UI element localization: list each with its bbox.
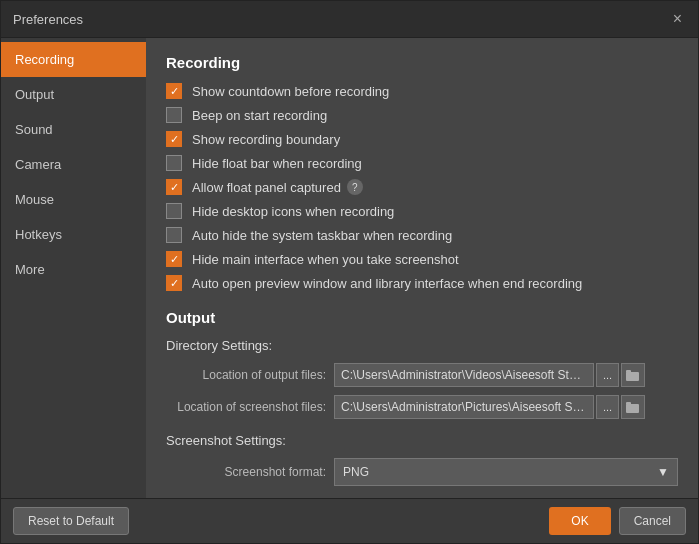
output-files-row: Location of output files: ... xyxy=(166,363,678,387)
checkbox-2[interactable]: ✓ xyxy=(166,131,182,147)
preferences-window: Preferences × Recording Output Sound Cam… xyxy=(0,0,699,544)
svg-rect-3 xyxy=(626,402,631,405)
cancel-button[interactable]: Cancel xyxy=(619,507,686,535)
checkbox-0[interactable]: ✓ xyxy=(166,83,182,99)
checkbox-row-4: ✓ Allow float panel captured ? xyxy=(166,179,678,195)
checkbox-label-2: Show recording boundary xyxy=(192,132,340,147)
checkbox-label-7: Hide main interface when you take screen… xyxy=(192,252,459,267)
checkbox-row-6: Auto hide the system taskbar when record… xyxy=(166,227,678,243)
chevron-down-icon: ▼ xyxy=(657,465,669,479)
close-button[interactable]: × xyxy=(669,9,686,29)
checkbox-4[interactable]: ✓ xyxy=(166,179,182,195)
content-area: Recording ✓ Show countdown before record… xyxy=(146,38,698,498)
sidebar-item-output[interactable]: Output xyxy=(1,77,146,112)
checkbox-label-0: Show countdown before recording xyxy=(192,84,389,99)
screenshot-format-label: Screenshot format: xyxy=(166,465,326,479)
title-bar: Preferences × xyxy=(1,1,698,38)
checkbox-label-1: Beep on start recording xyxy=(192,108,327,123)
checkbox-label-4: Allow float panel captured xyxy=(192,180,341,195)
output-files-folder-button[interactable] xyxy=(621,363,645,387)
output-files-label: Location of output files: xyxy=(166,368,326,382)
sidebar: Recording Output Sound Camera Mouse Hotk… xyxy=(1,38,146,498)
output-files-input[interactable] xyxy=(334,363,594,387)
checkbox-label-3: Hide float bar when recording xyxy=(192,156,362,171)
bottom-bar: Reset to Default OK Cancel xyxy=(1,498,698,543)
help-icon[interactable]: ? xyxy=(347,179,363,195)
screenshot-format-row: Screenshot format: PNG ▼ xyxy=(166,458,678,486)
ok-button[interactable]: OK xyxy=(549,507,610,535)
screenshot-files-more-button[interactable]: ... xyxy=(596,395,619,419)
action-buttons: OK Cancel xyxy=(549,507,686,535)
screenshot-format-select[interactable]: PNG ▼ xyxy=(334,458,678,486)
recording-section-title: Recording xyxy=(166,54,678,71)
checkbox-row-5: Hide desktop icons when recording xyxy=(166,203,678,219)
checkbox-7[interactable]: ✓ xyxy=(166,251,182,267)
svg-rect-2 xyxy=(626,404,639,413)
screenshot-files-label: Location of screenshot files: xyxy=(166,400,326,414)
checkbox-1[interactable] xyxy=(166,107,182,123)
checkbox-row-8: ✓ Auto open preview window and library i… xyxy=(166,275,678,291)
sidebar-item-mouse[interactable]: Mouse xyxy=(1,182,146,217)
checkbox-row-7: ✓ Hide main interface when you take scre… xyxy=(166,251,678,267)
sidebar-item-sound[interactable]: Sound xyxy=(1,112,146,147)
checkbox-8[interactable]: ✓ xyxy=(166,275,182,291)
sidebar-item-hotkeys[interactable]: Hotkeys xyxy=(1,217,146,252)
screenshot-format-value: PNG xyxy=(343,465,369,479)
main-content: Recording Output Sound Camera Mouse Hotk… xyxy=(1,38,698,498)
sidebar-item-camera[interactable]: Camera xyxy=(1,147,146,182)
screenshot-files-row: Location of screenshot files: ... xyxy=(166,395,678,419)
output-section: Output Directory Settings: Location of o… xyxy=(166,309,678,486)
output-files-more-button[interactable]: ... xyxy=(596,363,619,387)
checkbox-label-5: Hide desktop icons when recording xyxy=(192,204,394,219)
screenshot-files-folder-button[interactable] xyxy=(621,395,645,419)
sidebar-item-recording[interactable]: Recording xyxy=(1,42,146,77)
screenshot-files-input[interactable] xyxy=(334,395,594,419)
window-title: Preferences xyxy=(13,12,83,27)
svg-rect-1 xyxy=(626,370,631,373)
screenshot-settings-label: Screenshot Settings: xyxy=(166,433,678,448)
checkbox-label-8: Auto open preview window and library int… xyxy=(192,276,582,291)
output-section-title: Output xyxy=(166,309,678,326)
reset-button[interactable]: Reset to Default xyxy=(13,507,129,535)
sidebar-item-more[interactable]: More xyxy=(1,252,146,287)
svg-rect-0 xyxy=(626,372,639,381)
checkbox-3[interactable] xyxy=(166,155,182,171)
checkbox-5[interactable] xyxy=(166,203,182,219)
checkbox-row-1: Beep on start recording xyxy=(166,107,678,123)
checkbox-6[interactable] xyxy=(166,227,182,243)
checkbox-row-2: ✓ Show recording boundary xyxy=(166,131,678,147)
checkbox-row-0: ✓ Show countdown before recording xyxy=(166,83,678,99)
checkbox-label-6: Auto hide the system taskbar when record… xyxy=(192,228,452,243)
directory-settings-label: Directory Settings: xyxy=(166,338,678,353)
checkbox-row-3: Hide float bar when recording xyxy=(166,155,678,171)
